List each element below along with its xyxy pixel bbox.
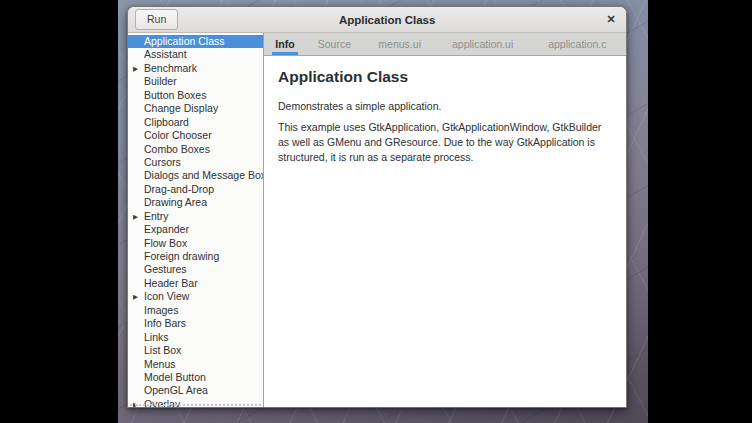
sidebar-item[interactable]: Images <box>128 304 263 317</box>
sidebar-item[interactable]: Color Chooser <box>128 129 263 142</box>
close-icon[interactable]: ✕ <box>596 13 626 26</box>
sidebar-item[interactable]: Assistant <box>128 48 263 61</box>
tab-label: Source <box>318 38 351 50</box>
sidebar-item-label: Icon View <box>144 290 189 302</box>
demo-heading: Application Class <box>278 68 612 86</box>
sidebar-item-label: Info Bars <box>144 317 186 329</box>
sidebar-item-label: Images <box>144 304 178 316</box>
titlebar[interactable]: Run Application Class ✕ <box>128 7 626 33</box>
sidebar-demo-list[interactable]: Application Class Assistant ▶ Benchmark … <box>128 33 264 407</box>
sidebar-item[interactable]: Button Boxes <box>128 89 263 102</box>
sidebar-item[interactable]: Flow Box <box>128 237 263 250</box>
sidebar-item[interactable]: Foreign drawing <box>128 250 263 263</box>
sidebar-item[interactable]: ▶ Entry <box>128 210 263 223</box>
sidebar-item[interactable]: Menus <box>128 358 263 371</box>
sidebar-item[interactable]: Model Button <box>128 371 263 384</box>
expander-icon[interactable]: ▶ <box>133 290 138 304</box>
sidebar-item[interactable]: Builder <box>128 75 263 88</box>
sidebar-item[interactable]: ▶ Overlay <box>128 398 263 407</box>
sidebar-item-label: Button Boxes <box>144 89 206 101</box>
sidebar-item-label: Builder <box>144 75 177 87</box>
tab-menus-ui[interactable]: menus.ui <box>363 33 437 55</box>
expander-icon[interactable]: ▶ <box>133 210 138 224</box>
sidebar-item[interactable]: Clipboard <box>128 116 263 129</box>
sidebar-item[interactable]: Combo Boxes <box>128 143 263 156</box>
sidebar-item-label: Header Bar <box>144 277 198 289</box>
sidebar-item[interactable]: ▶ Benchmark <box>128 62 263 75</box>
window-title: Application Class <box>178 14 596 26</box>
sidebar-item[interactable]: Change Display <box>128 102 263 115</box>
window-body: Application Class Assistant ▶ Benchmark … <box>128 33 626 407</box>
sidebar-item-label: Benchmark <box>144 62 197 74</box>
sidebar-item-label: Links <box>144 331 169 343</box>
sidebar-item-label: Color Chooser <box>144 129 212 141</box>
tab-label: Info <box>275 38 294 50</box>
sidebar-item[interactable]: Dialogs and Message Boxes <box>128 169 263 182</box>
app-window: Run Application Class ✕ Application Clas… <box>127 6 627 408</box>
tab-info[interactable]: Info <box>264 33 306 55</box>
sidebar-item[interactable]: Info Bars <box>128 317 263 330</box>
sidebar-item-label: Clipboard <box>144 116 189 128</box>
tab-application-c[interactable]: application.c <box>529 33 626 55</box>
sidebar-item-label: Flow Box <box>144 237 187 249</box>
demo-body-paragraph: This example uses GtkApplication, GtkApp… <box>278 120 612 165</box>
expander-icon[interactable]: ▶ <box>133 398 138 407</box>
sidebar-item-label: Drag-and-Drop <box>144 183 214 195</box>
sidebar-item-label: List Box <box>144 344 181 356</box>
expander-icon[interactable]: ▶ <box>133 62 138 76</box>
sidebar-item[interactable]: Application Class <box>128 35 263 48</box>
sidebar-item-label: Change Display <box>144 102 218 114</box>
sidebar-item-label: Dialogs and Message Boxes <box>144 169 264 181</box>
tab-application-ui[interactable]: application.ui <box>437 33 529 55</box>
sidebar-item-label: Overlay <box>144 398 180 407</box>
sidebar-item-label: Model Button <box>144 371 206 383</box>
sidebar-item-label: Assistant <box>144 48 187 60</box>
sidebar-item-label: Entry <box>144 210 169 222</box>
sidebar-item[interactable]: ▶ Icon View <box>128 290 263 303</box>
info-page: Application Class Demonstrates a simple … <box>264 56 626 407</box>
sidebar-item[interactable]: Expander <box>128 223 263 236</box>
sidebar-item[interactable]: Drag-and-Drop <box>128 183 263 196</box>
sidebar-item-label: Menus <box>144 358 176 370</box>
sidebar-item[interactable]: Cursors <box>128 156 263 169</box>
tab-label: application.c <box>548 38 606 50</box>
sidebar-item[interactable]: OpenGL Area <box>128 384 263 397</box>
sidebar-item-label: Combo Boxes <box>144 143 210 155</box>
sidebar-item-label: Cursors <box>144 156 181 168</box>
tab-source[interactable]: Source <box>306 33 363 55</box>
sidebar-item[interactable]: Gestures <box>128 263 263 276</box>
demo-lead-paragraph: Demonstrates a simple application. <box>278 99 612 114</box>
sidebar-item[interactable]: Links <box>128 331 263 344</box>
sidebar-item[interactable]: Header Bar <box>128 277 263 290</box>
sidebar-item-label: Application Class <box>144 35 225 47</box>
sidebar-item-label: Foreign drawing <box>144 250 219 262</box>
sidebar-item[interactable]: Drawing Area <box>128 196 263 209</box>
main-panel: Info Source menus.ui application.ui appl… <box>264 33 626 407</box>
tab-label: menus.ui <box>378 38 421 50</box>
notebook-tabbar[interactable]: Info Source menus.ui application.ui appl… <box>264 33 626 56</box>
sidebar-item-label: Expander <box>144 223 189 235</box>
sidebar-item-label: Gestures <box>144 263 187 275</box>
run-button[interactable]: Run <box>135 9 178 30</box>
sidebar-item[interactable]: List Box <box>128 344 263 357</box>
sidebar-item-label: OpenGL Area <box>144 384 208 396</box>
tab-label: application.ui <box>452 38 513 50</box>
sidebar-item-label: Drawing Area <box>144 196 207 208</box>
